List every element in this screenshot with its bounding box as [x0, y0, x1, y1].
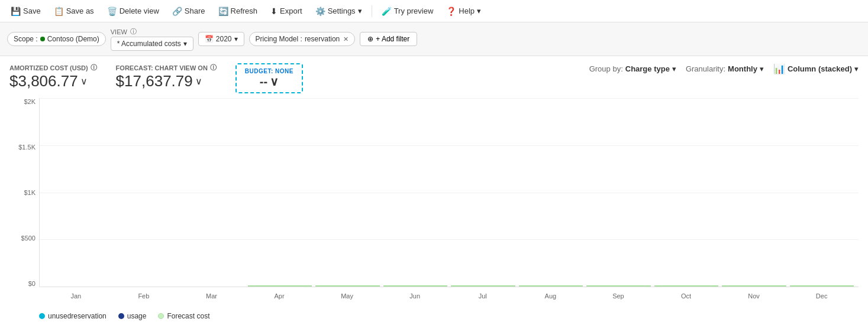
calendar-icon: 📅	[205, 35, 214, 43]
export-button[interactable]: ⬇ Export	[264, 4, 308, 18]
scope-value: Contoso (Demo)	[47, 35, 99, 43]
refresh-icon: 🔄	[218, 6, 228, 16]
pricing-model-value: reservation	[305, 35, 340, 43]
amortized-info-icon: ⓘ	[91, 63, 97, 72]
forecast-label: FORECAST: CHART VIEW ON	[116, 64, 208, 71]
x-label: May	[315, 292, 379, 300]
forecast-segment	[790, 285, 854, 287]
view-info-icon: ⓘ	[130, 27, 137, 36]
y-label-1-5k: $1.5K	[18, 144, 36, 151]
x-label: Jul	[450, 292, 515, 300]
scope-pill[interactable]: Scope : Contoso (Demo)	[7, 32, 106, 46]
year-value: 2020	[216, 35, 232, 43]
settings-button[interactable]: ⚙️ Settings ▾	[309, 4, 368, 18]
amortized-cost-metric: AMORTIZED COST (USD) ⓘ $3,806.77 ∨	[9, 63, 97, 90]
view-container: VIEW ⓘ * Accumulated costs ▾	[111, 27, 193, 51]
forecast-segment	[248, 285, 312, 287]
add-filter-icon: ⊕	[367, 35, 373, 43]
forecast-segment	[722, 285, 786, 287]
pricing-model-pill[interactable]: Pricing Model : reservation ✕	[249, 32, 356, 46]
pricing-model-remove-icon[interactable]: ✕	[343, 35, 349, 43]
scope-status-dot	[40, 37, 45, 41]
x-label: Mar	[179, 292, 244, 300]
chart-area: $2K $1.5K $1K $500 $0 JanFebMarAprMayJun…	[0, 96, 868, 310]
pricing-model-label: Pricing Model :	[256, 35, 302, 43]
legend-label: usage	[127, 312, 147, 320]
forecast-segment	[519, 285, 583, 287]
add-filter-label: + Add filter	[376, 35, 409, 43]
legend-item: unusedreservation	[39, 312, 107, 320]
refresh-button[interactable]: 🔄 Refresh	[212, 4, 264, 18]
forecast-info-icon: ⓘ	[210, 63, 217, 72]
bar-group[interactable]	[451, 285, 515, 287]
forecast-chevron-icon[interactable]: ∨	[195, 76, 202, 87]
group-by-value: Charge type	[625, 64, 670, 73]
legend-dot	[118, 313, 124, 319]
view-dropdown[interactable]: * Accumulated costs ▾	[111, 37, 193, 51]
bar-group[interactable]	[654, 285, 719, 287]
budget-label: BUDGET: NONE	[245, 68, 293, 74]
y-label-1k: $1K	[24, 189, 36, 196]
x-label: Feb	[112, 292, 176, 300]
save-as-icon: 📋	[54, 6, 64, 16]
bar-group[interactable]	[586, 285, 651, 287]
bar-group[interactable]	[790, 285, 854, 287]
bars-row	[40, 98, 859, 287]
x-label: Dec	[789, 292, 854, 300]
x-label: Jun	[383, 292, 447, 300]
y-label-0: $0	[28, 280, 36, 287]
bar-group[interactable]	[519, 285, 583, 287]
y-label-2k: $2K	[24, 98, 36, 105]
forecast-segment	[315, 285, 380, 287]
save-icon: 💾	[11, 6, 21, 16]
view-label: VIEW	[111, 28, 127, 35]
save-button[interactable]: 💾 Save	[5, 4, 47, 18]
amortized-label: AMORTIZED COST (USD)	[9, 64, 88, 71]
share-button[interactable]: 🔗 Share	[166, 4, 211, 18]
help-button[interactable]: ❓ Help ▾	[440, 4, 487, 18]
amortized-value: $3,806.77	[9, 72, 78, 90]
legend-item: Forecast cost	[158, 312, 209, 320]
budget-box[interactable]: BUDGET: NONE -- ∨	[235, 63, 303, 93]
scope-label: Scope :	[14, 35, 38, 43]
budget-chevron-icon: ∨	[270, 74, 279, 89]
y-axis: $2K $1.5K $1K $500 $0	[9, 98, 39, 287]
x-label: Sep	[586, 292, 651, 300]
view-type-control[interactable]: 📊 Column (stacked) ▾	[773, 63, 859, 74]
legend-dot	[158, 313, 164, 319]
settings-icon: ⚙️	[315, 6, 325, 16]
forecast-segment	[451, 285, 515, 287]
group-by-control[interactable]: Group by: Charge type ▾	[589, 64, 676, 73]
granularity-label: Granularity:	[686, 64, 725, 73]
legend-dot	[39, 313, 45, 319]
export-icon: ⬇	[270, 6, 277, 16]
x-label: Apr	[247, 292, 312, 300]
toolbar: 💾 Save 📋 Save as 🗑️ Delete view 🔗 Share …	[0, 0, 868, 22]
view-type-chevron-icon: ▾	[854, 64, 859, 73]
forecast-segment	[586, 285, 651, 287]
delete-view-button[interactable]: 🗑️ Delete view	[101, 4, 165, 18]
legend: unusedreservationusageForecast cost	[0, 310, 868, 322]
bar-group[interactable]	[315, 285, 380, 287]
year-chevron-icon: ▾	[234, 35, 238, 43]
group-by-label: Group by:	[589, 64, 623, 73]
try-preview-button[interactable]: 🧪 Try preview	[376, 4, 440, 18]
chart-container: $2K $1.5K $1K $500 $0 JanFebMarAprMayJun…	[9, 98, 859, 305]
help-icon: ❓	[446, 6, 456, 16]
preview-icon: 🧪	[382, 6, 392, 16]
y-label-500: $500	[21, 235, 36, 242]
chart-controls: Group by: Charge type ▾ Granularity: Mon…	[589, 63, 859, 74]
add-filter-button[interactable]: ⊕ + Add filter	[360, 32, 417, 46]
chart-type-icon: 📊	[773, 63, 785, 74]
granularity-control[interactable]: Granularity: Monthly ▾	[686, 64, 764, 73]
forecast-metric: FORECAST: CHART VIEW ON ⓘ $17,637.79 ∨	[116, 63, 217, 90]
amortized-chevron-icon[interactable]: ∨	[80, 76, 88, 87]
plot-area	[39, 98, 859, 287]
bar-group[interactable]	[248, 285, 312, 287]
view-value: * Accumulated costs	[117, 40, 181, 48]
bar-group[interactable]	[383, 285, 448, 287]
save-as-button[interactable]: 📋 Save as	[48, 4, 100, 18]
year-dropdown[interactable]: 📅 2020 ▾	[198, 32, 244, 46]
x-label: Aug	[518, 292, 583, 300]
bar-group[interactable]	[722, 285, 786, 287]
